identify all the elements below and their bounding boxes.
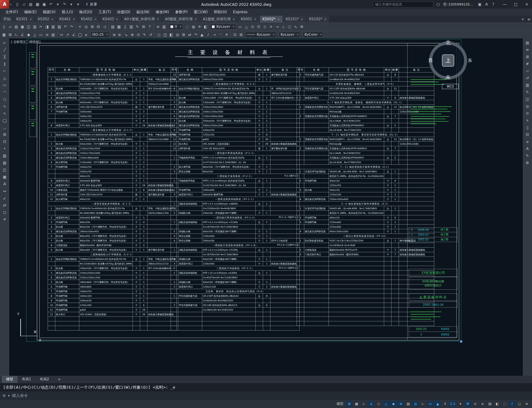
dwg-history-icon[interactable]: ↺ xyxy=(524,75,531,81)
close-tab-icon[interactable]: × xyxy=(232,18,235,21)
osnap-nearest-icon[interactable]: ∿ xyxy=(293,24,299,30)
annotation-visibility-icon[interactable]: ▲ xyxy=(434,401,441,407)
region-icon[interactable]: ◰ xyxy=(1,167,8,173)
make-block-icon[interactable]: ⊡ xyxy=(232,32,238,38)
linetype-select[interactable]: ByLayer▾ xyxy=(245,32,276,38)
osnap-center-icon[interactable]: ⊙ xyxy=(250,24,256,30)
copy-icon[interactable]: ◨ xyxy=(44,24,50,30)
insert-block-icon[interactable]: ⊞ xyxy=(238,32,244,38)
menu-item[interactable]: 编辑(E) xyxy=(21,9,40,15)
spline-icon[interactable]: ∿ xyxy=(1,110,8,117)
grid-icon[interactable]: ⊞ xyxy=(346,401,353,407)
file-tab[interactable]: KS402× xyxy=(78,16,100,22)
grid-icon[interactable]: ⊞ xyxy=(7,32,13,38)
new-layout-button[interactable]: + xyxy=(53,376,65,383)
count-icon[interactable]: # xyxy=(524,61,531,67)
model-space-label[interactable]: 模型 xyxy=(335,402,345,406)
clean-screen-icon[interactable]: ◻ xyxy=(516,401,523,407)
snap-icon[interactable]: ▦ xyxy=(1,32,7,38)
save-icon[interactable]: ▤ xyxy=(28,1,34,7)
insert-block-icon[interactable]: ⊞ xyxy=(1,131,8,138)
object-snap-icon[interactable]: ◆ xyxy=(390,401,397,407)
extend-icon[interactable]: → xyxy=(211,32,217,38)
properties-palette-icon[interactable]: ▤ xyxy=(524,39,531,46)
tab-list-icon[interactable]: ≡ xyxy=(526,16,532,22)
navigation-icon[interactable]: ◎ xyxy=(524,103,531,110)
lineweight-display-icon[interactable]: ≡ xyxy=(397,401,404,407)
undo-menu-icon[interactable]: ▾ xyxy=(55,1,61,7)
ortho-icon[interactable]: ∟ xyxy=(13,32,19,38)
layer-states-icon[interactable]: ▧ xyxy=(161,24,167,30)
arc-icon[interactable]: ◠ xyxy=(1,89,8,96)
osnap-intersection-icon[interactable]: × xyxy=(268,24,274,30)
save-as-icon[interactable]: ▦ xyxy=(34,1,41,7)
iso-draft-icon[interactable]: ◇ xyxy=(375,401,382,407)
menu-item[interactable]: 文件(F) xyxy=(2,9,21,15)
transparency-icon[interactable]: ▧ xyxy=(405,401,412,407)
application-menu-button[interactable]: A xyxy=(0,0,9,9)
menu-item[interactable]: 窗口(W) xyxy=(191,9,211,15)
undo-icon[interactable]: ↶ xyxy=(62,24,69,30)
dim-angular-icon[interactable]: ∠ xyxy=(71,32,77,38)
redo-menu-icon[interactable]: ▾ xyxy=(68,1,74,7)
center-mark-icon[interactable]: ⊙ xyxy=(135,32,141,38)
quick-properties-icon[interactable]: ▤ xyxy=(50,32,56,38)
tool-palettes-icon[interactable]: ▯ xyxy=(122,24,128,30)
osnap-extension-icon[interactable]: → xyxy=(274,24,280,30)
mleader-icon[interactable]: ↘ xyxy=(123,32,129,38)
workspace-switching-icon[interactable]: ⚙ xyxy=(464,401,471,407)
lineweight-icon[interactable]: ≡ xyxy=(44,32,50,38)
file-tab[interactable]: A1图签_外部引用× xyxy=(200,16,238,22)
match-properties-icon[interactable]: ▨ xyxy=(56,24,62,30)
publish-icon[interactable]: ▥ xyxy=(32,24,38,30)
file-tab[interactable]: KS403× xyxy=(100,16,121,22)
save-icon[interactable]: ▤ xyxy=(13,24,19,30)
polar-tracking-icon[interactable]: ∠ xyxy=(368,401,375,407)
plot-icon[interactable]: ▣ xyxy=(19,24,26,30)
osnap-midpoint-icon[interactable]: △ xyxy=(243,24,250,30)
close-tab-icon[interactable]: × xyxy=(73,18,75,21)
explode-icon[interactable]: ✳ xyxy=(223,32,230,38)
file-tab[interactable]: KS401× xyxy=(57,16,78,22)
ortho-icon[interactable]: ∟ xyxy=(361,401,367,407)
edit-icon[interactable]: ✎ xyxy=(524,152,531,159)
erase-icon[interactable]: ◻ xyxy=(1,209,8,216)
views-icon[interactable]: ◫ xyxy=(524,96,531,103)
hatch-icon[interactable]: ▨ xyxy=(1,152,8,159)
multiline-text-icon[interactable]: A xyxy=(1,181,8,187)
app-menu-caret-icon[interactable]: ▾ xyxy=(9,3,12,6)
menu-item[interactable]: 修改(M) xyxy=(152,9,172,15)
layout-tab[interactable]: 模型 xyxy=(2,376,18,383)
osnap-perpendicular-icon[interactable]: ⊥ xyxy=(280,24,286,30)
dim-edit-icon[interactable]: ✎ xyxy=(141,32,148,38)
close-button[interactable]: × xyxy=(522,0,531,9)
dim-baseline-icon[interactable]: ⇇ xyxy=(117,32,123,38)
dimension-icon[interactable]: ↔ xyxy=(1,188,8,194)
leader-icon[interactable]: ↙ xyxy=(1,195,8,202)
menu-item[interactable]: 格式(O) xyxy=(76,9,96,15)
close-tab-icon[interactable]: × xyxy=(94,18,97,21)
select-icon[interactable]: ▻ xyxy=(1,39,8,46)
close-tab-icon[interactable]: × xyxy=(116,18,118,21)
search-icon[interactable]: ○ xyxy=(435,1,441,7)
open-icon[interactable]: ▱ xyxy=(21,1,27,7)
recent-commands-icon[interactable]: ▾ xyxy=(8,394,10,398)
osnap-tangent-icon[interactable]: ○ xyxy=(286,24,293,30)
file-tab[interactable]: KS002*× xyxy=(260,16,283,22)
file-tab[interactable]: A0图签_外部引用× xyxy=(162,16,200,22)
file-tab[interactable]: KS301× xyxy=(14,16,35,22)
help-icon[interactable]: ? xyxy=(147,24,153,30)
dyn-input-icon[interactable]: ▭ xyxy=(38,32,44,38)
close-tab-icon[interactable]: × xyxy=(277,18,280,21)
construction-line-icon[interactable]: ╳ xyxy=(1,53,8,60)
minimize-button[interactable]: — xyxy=(500,0,509,9)
zoom-window-icon[interactable]: ⊞ xyxy=(89,24,95,30)
menu-item[interactable]: 视图(V) xyxy=(40,9,59,15)
dim-style-select[interactable]: ISO-25▾ xyxy=(90,32,109,38)
dynamic-ucs-icon[interactable]: ∟ xyxy=(420,401,426,407)
copy-object-icon[interactable]: ◫ xyxy=(162,32,168,38)
share-button[interactable]: ⇧共享 xyxy=(83,2,100,7)
measure-icon[interactable]: ⌀ xyxy=(524,138,531,145)
array-icon[interactable]: ⊞ xyxy=(180,32,187,38)
autoscale-icon[interactable]: ↕ xyxy=(442,401,448,407)
